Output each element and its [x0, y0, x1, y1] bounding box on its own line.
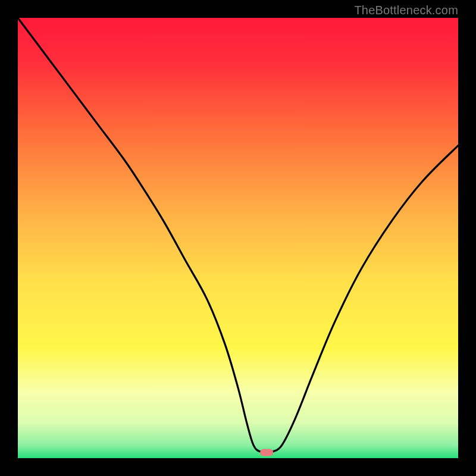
gradient-backdrop [18, 18, 458, 458]
bottleneck-chart [18, 18, 458, 458]
chart-frame: TheBottleneck.com [0, 0, 476, 476]
optimum-marker [260, 449, 273, 456]
watermark-text: TheBottleneck.com [354, 4, 458, 17]
